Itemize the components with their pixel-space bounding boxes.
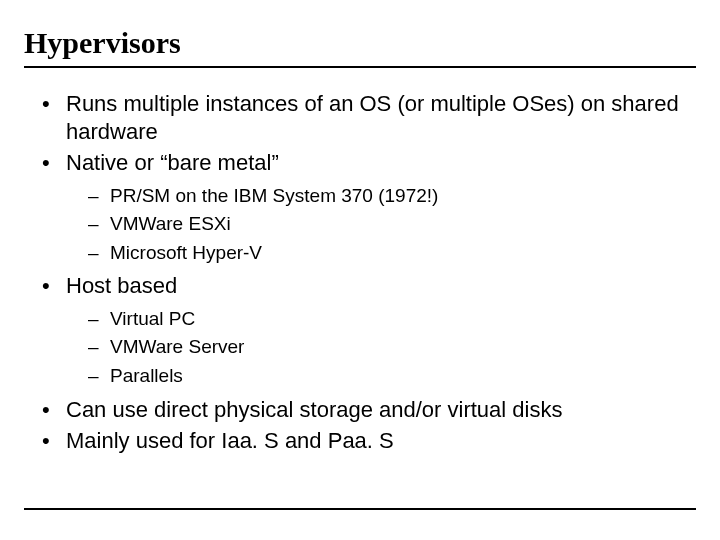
bullet-list: Runs multiple instances of an OS (or mul… — [24, 90, 696, 455]
sub-bullet-text: Microsoft Hyper-V — [110, 242, 262, 263]
bullet-item: Host based Virtual PC VMWare Server Para… — [36, 272, 696, 389]
sub-bullet-item: PR/SM on the IBM System 370 (1972!) — [88, 183, 696, 210]
sub-bullet-item: Virtual PC — [88, 306, 696, 333]
bullet-text: Native or “bare metal” — [66, 150, 279, 175]
bullet-text: Host based — [66, 273, 177, 298]
sub-bullet-text: Virtual PC — [110, 308, 195, 329]
bullet-item: Native or “bare metal” PR/SM on the IBM … — [36, 149, 696, 266]
sub-bullet-list: Virtual PC VMWare Server Parallels — [66, 306, 696, 390]
sub-bullet-item: VMWare Server — [88, 334, 696, 361]
sub-bullet-item: Parallels — [88, 363, 696, 390]
bullet-item: Mainly used for Iaa. S and Paa. S — [36, 427, 696, 455]
sub-bullet-text: VMWare Server — [110, 336, 244, 357]
slide-title: Hypervisors — [24, 18, 696, 68]
bottom-rule — [24, 508, 696, 510]
sub-bullet-item: Microsoft Hyper-V — [88, 240, 696, 267]
bullet-text: Runs multiple instances of an OS (or mul… — [66, 91, 679, 144]
bullet-text: Mainly used for Iaa. S and Paa. S — [66, 428, 394, 453]
sub-bullet-list: PR/SM on the IBM System 370 (1972!) VMWa… — [66, 183, 696, 267]
bullet-item: Can use direct physical storage and/or v… — [36, 396, 696, 424]
bullet-item: Runs multiple instances of an OS (or mul… — [36, 90, 696, 145]
sub-bullet-text: PR/SM on the IBM System 370 (1972!) — [110, 185, 438, 206]
sub-bullet-item: VMWare ESXi — [88, 211, 696, 238]
bullet-text: Can use direct physical storage and/or v… — [66, 397, 562, 422]
sub-bullet-text: Parallels — [110, 365, 183, 386]
sub-bullet-text: VMWare ESXi — [110, 213, 231, 234]
slide: Hypervisors Runs multiple instances of a… — [0, 0, 720, 540]
